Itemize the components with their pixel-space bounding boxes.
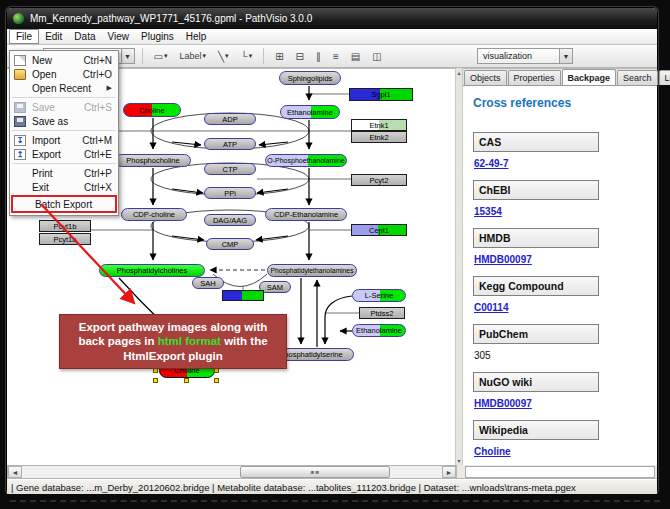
- datanode-tool-icon: ▭: [154, 51, 163, 62]
- distribute-vertical-icon: ≡: [333, 51, 339, 62]
- xref-link-cas[interactable]: 62-49-7: [474, 158, 649, 169]
- chevron-down-icon[interactable]: ▾: [164, 52, 168, 60]
- scrollbar-track[interactable]: ■■: [22, 466, 442, 478]
- gene-pcyt2[interactable]: Pcyt2: [351, 174, 407, 186]
- tab-properties[interactable]: Properties: [508, 70, 561, 85]
- menu-help[interactable]: Help: [180, 29, 213, 44]
- title-bar[interactable]: Mm_Kennedy_pathway_WP1771_45176.gpml - P…: [7, 8, 657, 29]
- menu-item-open[interactable]: Open Ctrl+O: [10, 67, 118, 81]
- node-cmp[interactable]: CMP: [206, 238, 254, 250]
- menu-item-shortcut: Ctrl+S: [84, 102, 112, 113]
- gene-pcyt1a[interactable]: Pcyt1a: [39, 233, 91, 245]
- label-tool-button[interactable]: Label ▾: [175, 49, 210, 63]
- node-ethanolamine[interactable]: Ethanolamine: [280, 105, 340, 119]
- node-dag-aag[interactable]: DAG/AAG: [204, 214, 256, 226]
- node-ppi[interactable]: PPi: [204, 187, 256, 199]
- node-phosphatidylcholines[interactable]: Phosphatidylcholines: [99, 264, 205, 277]
- tab-legend[interactable]: Legend: [659, 70, 670, 85]
- menu-item-shortcut: Ctrl+P: [84, 168, 112, 179]
- menu-item-shortcut: Ctrl+O: [83, 69, 112, 80]
- menu-item-shortcut: Ctrl+E: [84, 149, 112, 160]
- align-middle-button[interactable]: ⊟: [292, 49, 308, 64]
- menu-view[interactable]: View: [101, 29, 135, 44]
- tab-search[interactable]: Search: [617, 70, 658, 85]
- tab-backpage[interactable]: Backpage: [562, 69, 617, 85]
- selection-handle[interactable]: [214, 378, 219, 383]
- scroll-down-icon[interactable]: ▾: [458, 457, 461, 464]
- xref-source-chebi: ChEBI: [473, 180, 599, 200]
- chevron-down-icon[interactable]: ▼: [559, 49, 572, 63]
- tab-objects[interactable]: Objects: [464, 70, 507, 85]
- menu-item-shortcut: Ctrl+M: [82, 135, 112, 146]
- scrollbar-thumb[interactable]: ■■: [240, 466, 390, 478]
- chevron-down-icon[interactable]: ▼: [121, 49, 134, 63]
- node-cdp-ethanolamine[interactable]: CDP-Ethanolamine: [265, 208, 347, 221]
- align-center-button[interactable]: ⊞: [271, 49, 287, 64]
- visualization-dropdown[interactable]: visualization ▼: [477, 48, 573, 64]
- chevron-down-icon[interactable]: ▾: [225, 52, 229, 60]
- gene-etnk1[interactable]: Etnk1: [351, 119, 407, 131]
- xref-link-wikipedia[interactable]: Choline: [474, 446, 649, 457]
- node-cdp-choline[interactable]: CDP-choline: [121, 208, 187, 221]
- menu-item-export[interactable]: ↥ Export Ctrl+E: [10, 147, 118, 161]
- menu-item-save-as[interactable]: Save as: [10, 114, 118, 128]
- no-icon: [14, 182, 26, 193]
- node-o-phosphoethanolamine[interactable]: O-Phosphoethanolamine: [265, 154, 347, 167]
- node-ctp[interactable]: CTP: [204, 163, 256, 175]
- horizontal-scrollbar[interactable]: ◄ ■■ ►: [7, 465, 457, 479]
- gene-pcyt1b[interactable]: Pcyt1b: [39, 220, 91, 232]
- menu-file[interactable]: File: [9, 29, 39, 44]
- menu-item-label: Save as: [32, 116, 112, 127]
- gene-cept1[interactable]: Cept1: [351, 224, 407, 236]
- scroll-left-icon[interactable]: ◄: [8, 466, 22, 478]
- gene-sgpl1[interactable]: Sgpl1: [349, 88, 413, 101]
- gene-box-partially-hidden[interactable]: [222, 290, 264, 301]
- line-tool-button[interactable]: ╲ ▾: [214, 49, 233, 64]
- node-choline[interactable]: Choline: [123, 103, 181, 117]
- menu-data[interactable]: Data: [68, 29, 101, 44]
- node-l-serine[interactable]: L-Serine: [352, 289, 406, 302]
- new-document-icon: [14, 55, 26, 66]
- node-sphingolipids[interactable]: Sphingolipids: [279, 71, 341, 85]
- callout-highlight-text: html format: [158, 335, 221, 347]
- stack-horizontal-button[interactable]: ◫: [368, 49, 385, 64]
- xref-link-kegg[interactable]: C00114: [474, 302, 649, 313]
- node-atp[interactable]: ATP: [204, 138, 256, 150]
- menu-edit[interactable]: Edit: [39, 29, 68, 44]
- chevron-down-icon[interactable]: ▾: [249, 52, 253, 60]
- node-phosphatidylethanolamines[interactable]: Phosphatidylethanolamines: [267, 264, 357, 277]
- save-disk-icon: [14, 102, 26, 113]
- menu-item-open-recent[interactable]: Open Recent ▶: [10, 81, 118, 95]
- distribute-vertical-button[interactable]: ≡: [329, 49, 343, 64]
- selection-handle[interactable]: [184, 378, 189, 383]
- node-adp[interactable]: ADP: [204, 113, 256, 125]
- stack-vertical-button[interactable]: ▤: [347, 49, 364, 64]
- gene-etnk2[interactable]: Etnk2: [351, 131, 407, 143]
- menu-item-import[interactable]: ↧ Import Ctrl+M: [10, 133, 118, 147]
- menu-item-print[interactable]: Print Ctrl+P: [10, 166, 118, 180]
- menu-item-exit[interactable]: Exit Ctrl+X: [10, 180, 118, 194]
- open-folder-icon: [14, 69, 26, 80]
- menu-separator: [12, 130, 116, 131]
- xref-link-hmdb[interactable]: HMDB00097: [474, 254, 649, 265]
- menu-plugins[interactable]: Plugins: [135, 29, 180, 44]
- toolbar-separator: [263, 48, 264, 64]
- menu-item-batch-export[interactable]: Batch Export: [13, 197, 115, 211]
- scroll-up-icon[interactable]: ▴: [458, 69, 461, 76]
- chevron-down-icon[interactable]: ▾: [203, 52, 207, 60]
- node-sah[interactable]: SAH: [192, 277, 224, 289]
- selection-handle[interactable]: [153, 378, 158, 383]
- xref-link-nugo[interactable]: HMDB00097: [474, 398, 649, 409]
- vertical-scrollbar[interactable]: ▴ ▾: [455, 68, 463, 465]
- gene-ptdss2[interactable]: Ptdss2: [359, 307, 405, 319]
- xref-link-chebi[interactable]: 15354: [474, 206, 649, 217]
- node-ethanolamine-2[interactable]: Ethanolamine: [352, 324, 406, 337]
- menu-item-label: Open Recent: [32, 83, 107, 94]
- connector-tool-button[interactable]: └ ▾: [237, 49, 257, 64]
- scroll-right-icon[interactable]: ►: [442, 466, 456, 478]
- node-phosphocholine[interactable]: Phosphocholine: [115, 154, 191, 167]
- distribute-horizontal-button[interactable]: ∥: [312, 49, 325, 64]
- menu-item-new[interactable]: New Ctrl+N: [10, 53, 118, 67]
- datanode-tool-button[interactable]: ▭ ▾: [150, 49, 172, 64]
- toolbar-separator: [142, 48, 143, 64]
